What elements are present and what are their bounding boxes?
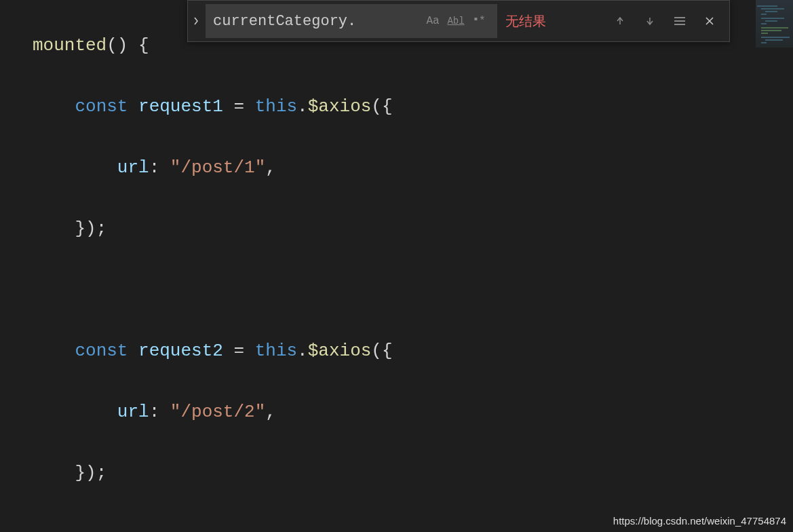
find-in-selection-icon[interactable] — [671, 12, 689, 30]
watermark-text: https://blog.csdn.net/weixin_47754874 — [613, 515, 786, 527]
toggle-replace-icon[interactable] — [188, 1, 204, 41]
code-line: const request1 = this.$axios({ — [33, 92, 746, 122]
find-widget: Aa Abl ▪* 无结果 — [187, 0, 730, 42]
find-options: Aa Abl ▪* — [423, 12, 489, 30]
minimap[interactable] — [749, 0, 793, 532]
code-line: }); — [33, 214, 746, 244]
code-line: url: "/post/1", — [33, 153, 746, 183]
close-icon[interactable] — [701, 12, 718, 30]
code-content[interactable]: mounted() { const request1 = this.$axios… — [0, 0, 746, 532]
find-result-text: 无结果 — [505, 12, 546, 31]
code-line — [33, 275, 746, 305]
code-line: }); — [33, 458, 746, 489]
find-actions — [611, 12, 718, 30]
case-sensitive-toggle[interactable]: Aa — [423, 12, 443, 30]
regex-toggle[interactable]: ▪* — [469, 12, 489, 30]
next-match-icon[interactable] — [641, 12, 659, 30]
whole-word-toggle[interactable]: Abl — [446, 12, 466, 30]
code-editor[interactable]: Aa Abl ▪* 无结果 mounted() { const request1… — [0, 0, 793, 532]
code-line: url: "/post/2", — [33, 397, 746, 428]
code-line: const request2 = this.$axios({ — [33, 336, 746, 366]
prev-match-icon[interactable] — [611, 12, 629, 30]
